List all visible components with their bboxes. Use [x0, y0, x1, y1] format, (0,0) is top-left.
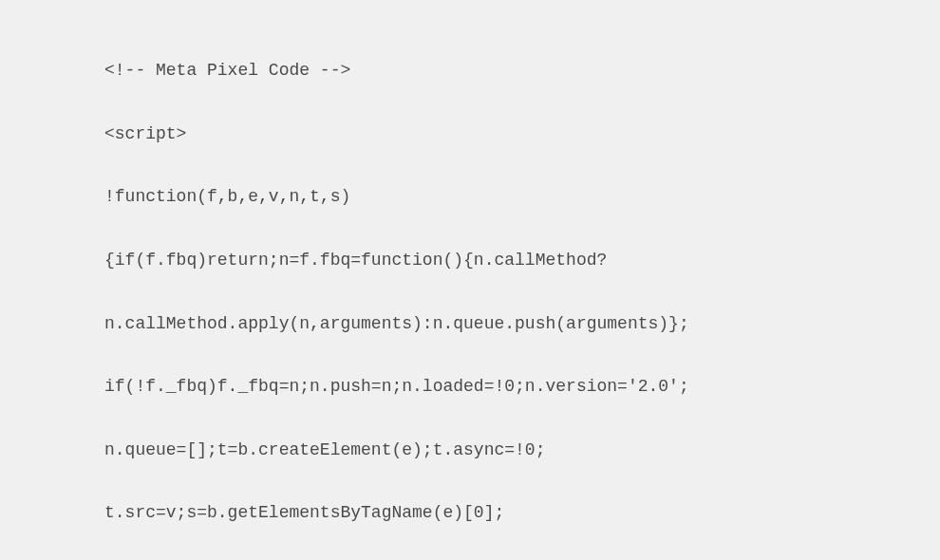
code-block: <!-- Meta Pixel Code --> <script> !funct…	[104, 24, 940, 560]
code-line: {if(f.fbq)return;n=f.fbq=function(){n.ca…	[104, 245, 940, 276]
code-line: t.src=v;s=b.getElementsByTagName(e)[0];	[104, 497, 940, 529]
code-line: <!-- Meta Pixel Code -->	[104, 55, 940, 86]
code-line: n.queue=[];t=b.createElement(e);t.async=…	[104, 435, 940, 466]
code-line: if(!f._fbq)f._fbq=n;n.push=n;n.loaded=!0…	[104, 371, 940, 402]
code-line: n.callMethod.apply(n,arguments):n.queue.…	[104, 308, 940, 340]
code-line: <script>	[104, 119, 940, 150]
code-line: !function(f,b,e,v,n,t,s)	[104, 181, 940, 213]
